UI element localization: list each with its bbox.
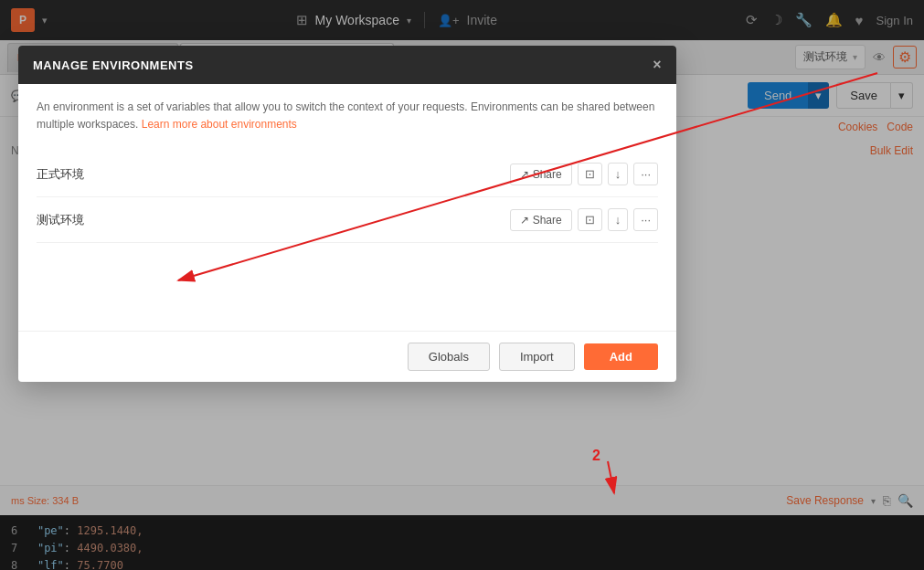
share-icon-test: ↗: [520, 214, 529, 227]
globals-button[interactable]: Globals: [408, 343, 490, 371]
env-download-button-test[interactable]: ↓: [608, 208, 629, 231]
modal-body: An environment is a set of variables tha…: [18, 84, 676, 331]
modal-close-button[interactable]: ×: [653, 57, 662, 73]
env-duplicate-button-test[interactable]: ⊡: [578, 208, 602, 231]
env-download-button-formal[interactable]: ↓: [608, 163, 629, 185]
env-share-button-formal[interactable]: ↗ Share: [510, 164, 572, 185]
modal-footer: Globals Import Add: [18, 331, 676, 382]
learn-more-link[interactable]: Learn more about environments: [142, 118, 297, 131]
modal-description: An environment is a set of variables tha…: [37, 99, 658, 133]
share-icon-formal: ↗: [520, 168, 529, 181]
env-share-button-test[interactable]: ↗ Share: [510, 209, 572, 231]
env-row-test: 测试环境 ↗ Share ⊡ ↓ ···: [37, 197, 658, 243]
add-button[interactable]: Add: [584, 343, 658, 370]
env-duplicate-button-formal[interactable]: ⊡: [578, 163, 602, 185]
env-name-test[interactable]: 测试环境: [37, 212, 84, 228]
env-more-button-formal[interactable]: ···: [633, 163, 658, 185]
env-row-formal: 正式环境 ↗ Share ⊡ ↓ ···: [37, 152, 658, 197]
env-actions-test: ↗ Share ⊡ ↓ ···: [510, 208, 658, 231]
manage-environments-modal: MANAGE ENVIRONMENTS × An environment is …: [18, 46, 676, 382]
modal-header: MANAGE ENVIRONMENTS ×: [18, 46, 676, 84]
env-name-formal[interactable]: 正式环境: [37, 166, 84, 183]
env-more-button-test[interactable]: ···: [633, 208, 658, 231]
modal-title: MANAGE ENVIRONMENTS: [33, 58, 194, 72]
import-button[interactable]: Import: [499, 343, 575, 371]
env-actions-formal: ↗ Share ⊡ ↓ ···: [510, 163, 658, 185]
modal-body-spacer: [37, 243, 658, 316]
